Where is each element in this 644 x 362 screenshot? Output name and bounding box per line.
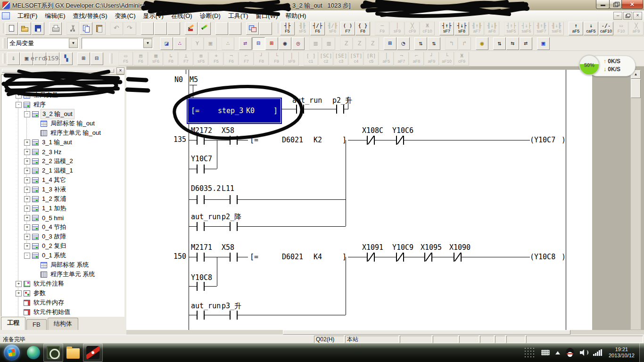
sfc-symbol-button[interactable]: ⌐ F7 bbox=[239, 52, 254, 66]
ladder-symbol-button[interactable]: ┤↓├ sF8 bbox=[454, 22, 469, 35]
toolbar-button[interactable] bbox=[93, 22, 106, 35]
sfc-symbol-button[interactable]: Ж cF9 bbox=[454, 52, 469, 66]
network-signal-icon[interactable] bbox=[593, 349, 602, 356]
toolbar-button[interactable]: ▥ bbox=[322, 37, 335, 50]
tree-item[interactable]: 软元件初始值 bbox=[1, 307, 124, 317]
toolbar-button[interactable]: ⊞ bbox=[265, 37, 278, 50]
tree-item[interactable]: + 0_2 复归 bbox=[1, 241, 124, 251]
toolbar-button[interactable] bbox=[198, 22, 211, 35]
tree-expand-toggle[interactable]: + bbox=[24, 206, 30, 212]
tree-item[interactable]: 软元件内存 bbox=[1, 298, 124, 307]
chevron-up-icon[interactable] bbox=[555, 351, 560, 354]
toolbar-button[interactable]: ⋎ bbox=[191, 37, 204, 50]
panel-tab[interactable]: 结构体 bbox=[48, 318, 78, 330]
menu-item[interactable]: 显示(V) bbox=[140, 10, 167, 21]
toolbar-button[interactable]: ∴ bbox=[173, 37, 186, 50]
toolbar-button[interactable] bbox=[124, 22, 136, 35]
tree-expand-toggle[interactable]: + bbox=[24, 140, 30, 146]
child-restore-button[interactable] bbox=[623, 12, 632, 20]
memory-percent-badge[interactable]: 50% bbox=[579, 55, 600, 75]
ladder-symbol-button[interactable]: ╢⇑╟ saF7 bbox=[534, 22, 549, 35]
toolbar-button[interactable]: ◪ bbox=[160, 37, 173, 50]
menu-item[interactable]: 编辑(E) bbox=[41, 10, 69, 21]
variable-scope-combobox[interactable]: 全局变量 ▼ bbox=[7, 38, 79, 49]
tree-expand-toggle[interactable]: + bbox=[24, 168, 30, 174]
tree-item[interactable]: - 程序 bbox=[1, 100, 124, 109]
toolbar-button[interactable]: S1S9↓ bbox=[47, 52, 59, 65]
tree-expand-toggle[interactable]: + bbox=[16, 290, 22, 296]
tree-expand-toggle[interactable]: + bbox=[24, 234, 30, 240]
toolbar-button[interactable]: ⊟ bbox=[91, 52, 103, 65]
toolbar-button[interactable] bbox=[141, 22, 154, 35]
tree-expand-toggle[interactable]: + bbox=[24, 149, 30, 155]
sfc-symbol-button[interactable]: ⊥ F7 bbox=[179, 52, 193, 66]
tree-expand-toggle[interactable]: - bbox=[16, 102, 22, 108]
toolbar-button[interactable]: ↰ bbox=[445, 37, 458, 50]
toolbar-button[interactable]: ⊟ bbox=[252, 37, 265, 50]
toolbar-button[interactable]: ⇅ bbox=[493, 37, 506, 50]
keyboard-icon[interactable] bbox=[541, 350, 550, 355]
sfc-symbol-button[interactable]: └ F9 bbox=[269, 52, 284, 66]
taskbar-app-button[interactable] bbox=[83, 343, 103, 362]
panel-grip[interactable] bbox=[2, 69, 114, 73]
toolbar-button[interactable]: ▥ bbox=[309, 37, 322, 50]
ladder-symbol-button[interactable]: ╢⇓╟ saF8 bbox=[549, 22, 564, 35]
toolbar-button[interactable] bbox=[215, 22, 228, 35]
ladder-symbol-button[interactable]: ┤⇓├ saF6 bbox=[519, 22, 534, 35]
scrollbar-thumb[interactable] bbox=[283, 330, 570, 335]
toolbar-button[interactable] bbox=[154, 22, 167, 35]
toolbar-button[interactable]: ⇅ bbox=[414, 37, 427, 50]
scrollbar-thumb[interactable] bbox=[631, 79, 641, 98]
toolbar-button[interactable]: ⇩ bbox=[7, 52, 20, 65]
sfc-symbol-button[interactable]: ┘ F8 bbox=[254, 52, 269, 66]
tree-item[interactable]: + 1_3 补液 bbox=[1, 185, 124, 194]
toolbar-button[interactable]: ⇅ bbox=[428, 37, 440, 50]
toolbar-button[interactable] bbox=[32, 22, 44, 35]
sfc-symbol-button[interactable]: ↳ F8 bbox=[164, 52, 178, 66]
toolbar-grip[interactable] bbox=[109, 53, 112, 64]
toolbar-button[interactable] bbox=[5, 22, 18, 35]
sfc-symbol-button[interactable]: ¬ aF7 bbox=[394, 52, 409, 66]
tree-item[interactable]: + 0_5 hmi bbox=[1, 213, 124, 222]
toolbar-grip[interactable] bbox=[2, 38, 5, 49]
toolbar-button[interactable]: ◎ bbox=[292, 37, 305, 50]
close-button[interactable] bbox=[621, 0, 643, 9]
clock[interactable]: 19:21 2013/10/12 bbox=[609, 346, 635, 359]
toolbar-button[interactable] bbox=[66, 22, 79, 35]
ladder-symbol-button[interactable]: ( ) F7 bbox=[340, 22, 355, 35]
toolbar-button[interactable]: Z bbox=[340, 37, 353, 50]
taskbar-app-button[interactable] bbox=[63, 343, 83, 362]
panel-close-icon[interactable]: × bbox=[116, 67, 124, 74]
ladder-symbol-button[interactable]: ╳ cF9 bbox=[405, 22, 420, 35]
sfc-symbol-button[interactable]: [ ] c1 bbox=[304, 52, 318, 66]
ladder-symbol-button[interactable]: ╢↑╟ aF7 bbox=[470, 22, 484, 35]
tree-expand-toggle[interactable]: + bbox=[24, 196, 30, 202]
menu-item[interactable]: 诊断(D) bbox=[196, 10, 224, 21]
tree-expand-toggle[interactable]: - bbox=[24, 253, 30, 259]
volume-icon[interactable] bbox=[580, 349, 587, 356]
minimize-button[interactable] bbox=[596, 0, 610, 9]
sfc-symbol-button[interactable]: └ aF10 bbox=[439, 52, 454, 66]
tree-item[interactable]: + 软元件注释 bbox=[1, 279, 124, 288]
toolbar-button[interactable]: ↱ bbox=[458, 37, 471, 50]
toolbar-button[interactable] bbox=[229, 22, 241, 35]
vertical-scrollbar[interactable]: ▲ bbox=[630, 70, 641, 330]
chevron-down-icon[interactable]: ▼ bbox=[143, 39, 152, 48]
tree-expand-toggle[interactable]: + bbox=[24, 215, 30, 221]
sfc-symbol-button[interactable]: ┘ aF9 bbox=[424, 52, 439, 66]
toolbar-button[interactable] bbox=[259, 22, 272, 35]
ladder-symbol-button[interactable]: ╢╟ sF5 bbox=[295, 22, 310, 35]
toolbar-button[interactable]: ∴ bbox=[222, 37, 234, 50]
toolbar-button[interactable]: ◔ bbox=[397, 37, 410, 50]
tree-item[interactable]: + 1_2 泵浦 bbox=[1, 194, 124, 204]
menu-item[interactable]: 工程(F) bbox=[14, 10, 41, 21]
sfc-symbol-button[interactable]: [ST] c4 bbox=[349, 52, 363, 66]
toolbar-button[interactable]: ⊞ bbox=[77, 52, 90, 65]
tree-expand-toggle[interactable]: + bbox=[24, 177, 30, 183]
tree-expand-toggle[interactable]: + bbox=[24, 158, 30, 165]
panel-tab[interactable]: FB bbox=[26, 319, 47, 330]
toolbar-button[interactable] bbox=[185, 22, 198, 35]
sfc-symbol-button[interactable]: [SE] c3 bbox=[334, 52, 348, 66]
ladder-symbol-button[interactable]: -∕- caF10 bbox=[599, 22, 613, 35]
ladder-symbol-button[interactable]: ╢↓╟ aF8 bbox=[485, 22, 499, 35]
